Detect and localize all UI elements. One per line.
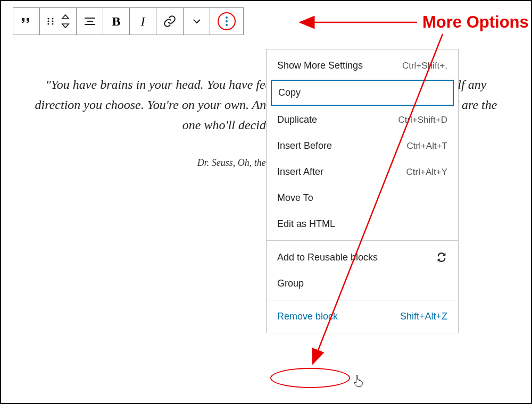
annotation-more-options-label: More Options <box>422 13 529 32</box>
menu-add-reusable[interactable]: Add to Reusable blocks <box>267 244 458 271</box>
menu-item-label: Add to Reusable blocks <box>277 252 378 263</box>
menu-edit-as-html[interactable]: Edit as HTML <box>267 211 458 237</box>
menu-show-more-settings[interactable]: Show More Settings Ctrl+Shift+, <box>267 53 458 79</box>
quote-icon <box>20 15 33 28</box>
drag-move-group[interactable] <box>40 8 77 35</box>
svg-point-1 <box>52 18 53 19</box>
menu-item-label: Edit as HTML <box>277 218 335 230</box>
reusable-icon <box>436 251 447 263</box>
menu-item-label: Remove block <box>277 311 338 322</box>
menu-remove-block[interactable]: Remove block Shift+Alt+Z <box>267 304 458 330</box>
link-icon <box>163 14 177 28</box>
menu-item-shortcut: Ctrl+Shift+D <box>398 115 447 125</box>
annotation-remove-oval <box>270 368 350 388</box>
move-up-down-icon <box>61 14 70 28</box>
menu-item-label: Copy <box>278 87 301 98</box>
italic-button[interactable]: I <box>130 8 156 35</box>
more-options-menu: Show More Settings Ctrl+Shift+, Copy Dup… <box>266 49 459 333</box>
editor-frame: B I "You have brains in your head. You h… <box>0 0 532 404</box>
menu-item-shortcut: Ctrl+Shift+, <box>402 61 447 71</box>
more-rich-text-button[interactable] <box>184 8 210 35</box>
menu-insert-after[interactable]: Insert After Ctrl+Alt+Y <box>267 159 458 185</box>
svg-point-2 <box>47 20 49 22</box>
align-icon <box>84 15 96 28</box>
more-options-highlight-circle <box>218 12 236 30</box>
menu-duplicate[interactable]: Duplicate Ctrl+Shift+D <box>267 107 458 133</box>
bold-button[interactable]: B <box>103 8 130 35</box>
menu-item-label: Show More Settings <box>277 60 363 71</box>
svg-point-3 <box>52 20 53 22</box>
quote-block-icon[interactable] <box>13 8 40 35</box>
menu-item-label: Move To <box>277 192 313 204</box>
drag-handle-icon <box>46 17 55 26</box>
block-toolbar: B I <box>13 7 244 35</box>
svg-point-5 <box>52 23 53 24</box>
menu-item-shortcut: Shift+Alt+Z <box>400 311 447 322</box>
more-options-button[interactable] <box>210 8 243 35</box>
menu-group[interactable]: Group <box>267 271 458 297</box>
svg-point-4 <box>47 23 49 24</box>
menu-item-label: Duplicate <box>277 114 317 125</box>
menu-insert-before[interactable]: Insert Before Ctrl+Alt+T <box>267 133 458 159</box>
menu-item-shortcut: Ctrl+Alt+Y <box>406 167 447 178</box>
menu-item-shortcut: Ctrl+Alt+T <box>406 141 447 152</box>
menu-copy[interactable]: Copy <box>271 80 454 106</box>
align-button[interactable] <box>77 8 103 35</box>
link-button[interactable] <box>156 8 184 35</box>
kebab-icon <box>226 16 228 26</box>
menu-item-label: Insert After <box>277 166 323 178</box>
menu-move-to[interactable]: Move To <box>267 185 458 211</box>
cursor-hand-icon <box>353 374 364 390</box>
svg-point-0 <box>47 18 49 19</box>
chevron-down-icon <box>193 17 201 26</box>
menu-item-label: Insert Before <box>277 140 332 152</box>
menu-item-label: Group <box>277 278 304 289</box>
